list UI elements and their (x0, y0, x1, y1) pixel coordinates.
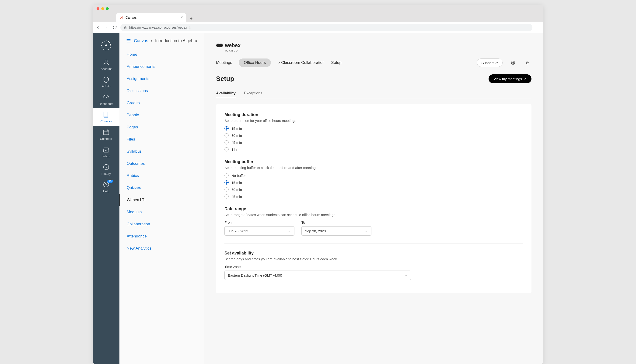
forward-button[interactable] (104, 25, 109, 30)
from-label: From (225, 220, 294, 224)
cm-webex-lti[interactable]: Webex LTI (119, 194, 204, 206)
radio-icon (225, 194, 229, 198)
rail-label: Account (101, 67, 112, 70)
section-buffer: Meeting buffer Set a meeting buffer to b… (225, 160, 523, 198)
radio-1hr[interactable]: 1 hr (225, 147, 523, 152)
radio-icon (225, 147, 229, 152)
browser-tab[interactable]: Canvas × (116, 13, 186, 22)
to-date-select[interactable]: Sep 30, 2023⌄ (301, 226, 371, 236)
chevron-down-icon: ⌄ (288, 229, 291, 233)
rail-help[interactable]: 10Help (93, 178, 119, 196)
svg-rect-7 (104, 130, 109, 135)
to-label: To (301, 220, 371, 224)
subtab-exceptions[interactable]: Exceptions (244, 89, 262, 98)
external-link-icon: ↗ (277, 61, 280, 64)
cm-grades[interactable]: Grades (119, 97, 204, 109)
hamburger-icon[interactable] (126, 38, 131, 43)
cm-assignments[interactable]: Assignments (119, 73, 204, 85)
cm-new-analytics[interactable]: New Analytics (119, 242, 204, 254)
range-desc: Set a range of dates when students can s… (225, 213, 523, 217)
cm-modules[interactable]: Modules (119, 206, 204, 218)
radio-buf15[interactable]: 15 min (225, 180, 523, 184)
back-button[interactable] (95, 25, 101, 30)
radio-icon (225, 180, 229, 184)
lock-icon (124, 26, 127, 29)
chevron-down-icon: ⌄ (365, 229, 368, 233)
radio-15min[interactable]: 15 min (225, 126, 523, 130)
subtab-availability[interactable]: Availability (216, 89, 236, 98)
tab-setup[interactable]: Setup (331, 58, 341, 67)
radio-icon (225, 187, 229, 192)
cm-quizzes[interactable]: Quizzes (119, 182, 204, 194)
rail-dashboard[interactable]: Dashboard (93, 91, 119, 108)
rail-label: Inbox (102, 154, 110, 158)
cm-home[interactable]: Home (119, 48, 204, 60)
cm-files[interactable]: Files (119, 133, 204, 146)
globe-icon[interactable] (509, 59, 517, 67)
cm-rubics[interactable]: Rubics (119, 170, 204, 182)
buffer-desc: Set a meeting buffer to block time befor… (225, 166, 523, 170)
rail-courses[interactable]: Courses (93, 108, 119, 126)
cm-attendance[interactable]: Attendance (119, 230, 204, 242)
rail-admin[interactable]: Admin (93, 74, 119, 91)
timezone-select[interactable]: Eastern Daylight Time (GMT -4:00)⌄ (225, 270, 411, 280)
radio-icon (225, 174, 229, 178)
cm-collaboration[interactable]: Collaboration (119, 218, 204, 230)
tz-label: Time zone (225, 265, 523, 269)
cm-people[interactable]: People (119, 109, 204, 121)
rail-calendar[interactable]: Calendar (93, 126, 119, 143)
new-tab-button[interactable]: + (188, 16, 194, 22)
support-button[interactable]: Support↗ (477, 58, 503, 67)
rail-history[interactable]: History (93, 161, 119, 178)
rail-account[interactable]: Account (93, 56, 119, 74)
radio-45min[interactable]: 45 min (225, 140, 523, 144)
course-menu: Canvas › Introduction to Algebra Home An… (119, 33, 204, 364)
cm-announcements[interactable]: Announcements (119, 60, 204, 73)
minimize-window-button[interactable] (101, 7, 104, 10)
address-bar: https://www.canvas.com/courses/webex_lti… (93, 22, 543, 33)
url-field[interactable]: https://www.canvas.com/courses/webex_lti (120, 24, 532, 31)
course-menu-list: Home Announcements Assignments Discussio… (119, 48, 204, 254)
svg-point-10 (106, 186, 106, 186)
close-tab-icon[interactable]: × (181, 16, 183, 20)
logout-icon[interactable] (524, 59, 531, 67)
rail-inbox[interactable]: Inbox (93, 143, 119, 161)
cm-outcomes[interactable]: Outcomes (119, 158, 204, 170)
section-availability: Set availability Set the days and times … (225, 251, 523, 280)
canvas-logo-icon (100, 40, 112, 51)
view-meetings-button[interactable]: View my meetings↗ (489, 74, 531, 83)
rail-label: Calendar (100, 137, 112, 140)
tab-classroom[interactable]: ↗Classroom Collaboration (277, 58, 325, 67)
radio-buf30[interactable]: 30 min (225, 187, 523, 192)
webex-subbrand: by CISCO (225, 50, 531, 52)
help-badge: 10 (107, 180, 113, 183)
maximize-window-button[interactable] (106, 7, 109, 10)
tab-office-hours[interactable]: Office Hours (239, 58, 271, 67)
rail-label: Admin (102, 84, 111, 88)
radio-buf45[interactable]: 45 min (225, 194, 523, 198)
cm-discussions[interactable]: Discussions (119, 85, 204, 97)
webex-logo-icon (216, 43, 223, 48)
rail-label: Help (103, 190, 109, 193)
cm-pages[interactable]: Pages (119, 121, 204, 133)
rail-label: Dashboard (99, 102, 114, 106)
close-window-button[interactable] (97, 7, 99, 10)
radio-30min[interactable]: 30 min (225, 133, 523, 138)
url-text: https://www.canvas.com/courses/webex_lti (129, 26, 191, 29)
from-date-select[interactable]: Jun 26, 2023⌄ (225, 226, 294, 236)
reload-button[interactable] (112, 25, 118, 30)
buffer-title: Meeting buffer (225, 160, 523, 164)
tab-title: Canvas (125, 16, 136, 19)
duration-desc: Set the duration for your office hours m… (225, 118, 523, 122)
cm-syllabus[interactable]: Syllabus (119, 146, 204, 158)
svg-point-4 (105, 44, 107, 46)
tab-meetings[interactable]: Meetings (216, 58, 232, 67)
duration-title: Meeting duration (225, 112, 523, 117)
radio-nobuffer[interactable]: No buffer (225, 174, 523, 178)
svg-rect-2 (124, 27, 126, 29)
section-duration: Meeting duration Set the duration for yo… (225, 112, 523, 152)
chevron-down-icon: ⌄ (404, 273, 407, 277)
svg-point-5 (105, 60, 107, 62)
browser-menu-button[interactable]: ⋮ (535, 25, 541, 30)
breadcrumb-root[interactable]: Canvas (134, 38, 148, 43)
